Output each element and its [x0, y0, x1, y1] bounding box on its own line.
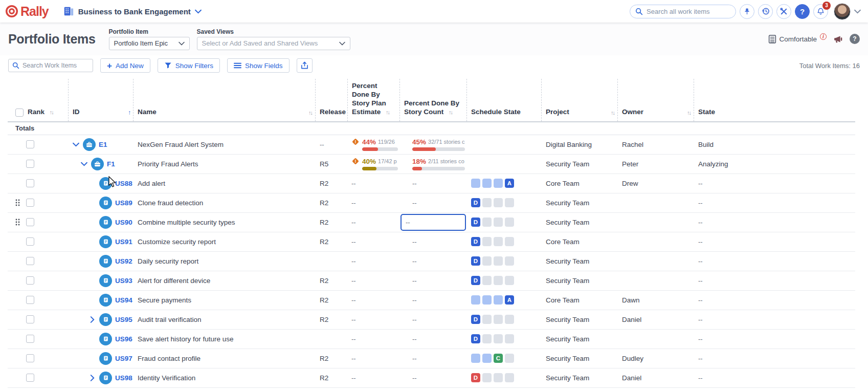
rally-logo[interactable]: Rally	[5, 4, 49, 19]
cell-owner[interactable]: Daniel	[618, 310, 694, 329]
schedule-state-square[interactable]	[482, 354, 492, 363]
id-link[interactable]: US96	[115, 335, 132, 343]
cell-state[interactable]: --	[694, 291, 855, 310]
cell-state[interactable]: --	[694, 174, 855, 193]
schedule-state-square[interactable]	[494, 179, 503, 188]
schedule-state-square[interactable]	[505, 256, 514, 266]
schedule-state-square[interactable]	[505, 198, 514, 207]
saved-views-select[interactable]: Select or Add Saved and Shared Views	[197, 37, 350, 50]
cell-owner[interactable]: Patricia	[618, 388, 694, 391]
cell-schedule-state[interactable]: D	[467, 193, 542, 212]
cell-percent[interactable]: --	[400, 193, 467, 212]
schedule-state-square[interactable]	[505, 373, 514, 382]
cell-release[interactable]: R2	[316, 174, 348, 193]
drag-handle[interactable]	[15, 199, 24, 206]
cell-percent[interactable]: !40%17/42 p	[348, 155, 400, 173]
cell-percent[interactable]: --	[348, 271, 400, 290]
cell-project[interactable]: Mobile Team	[542, 388, 618, 391]
cell-schedule-state[interactable]: D	[467, 213, 542, 232]
schedule-state-square[interactable]: D	[471, 256, 480, 266]
schedule-state-square[interactable]	[482, 179, 492, 188]
cell-project[interactable]: Core Team	[542, 174, 618, 193]
show-filters-button[interactable]: Show Filters	[158, 58, 220, 73]
cell-project[interactable]: Security Team	[542, 330, 618, 349]
cell-name[interactable]: Save alert history for future use	[133, 330, 316, 349]
editing-cell-border[interactable]: --	[400, 214, 466, 231]
row-checkbox[interactable]	[26, 140, 34, 148]
schedule-state-square[interactable]: D	[471, 373, 480, 382]
cell-percent[interactable]: --	[400, 330, 467, 349]
schedule-state-square[interactable]	[494, 276, 503, 285]
cell-name[interactable]: Alert for different device	[133, 271, 316, 290]
notifications-button[interactable]: 3	[813, 4, 828, 19]
cell-owner[interactable]: Peter	[618, 155, 694, 173]
cell-schedule-state[interactable]: D	[467, 252, 542, 271]
cell-release[interactable]: R5	[316, 388, 348, 391]
cell-state[interactable]: --	[694, 232, 855, 251]
row-checkbox[interactable]	[26, 315, 34, 323]
column-header-pdbsc[interactable]: Percent Done By Story Count ↑↓	[400, 79, 467, 121]
id-link[interactable]: US97	[115, 355, 132, 362]
cell-owner[interactable]: Dudley	[618, 349, 694, 368]
cell-project[interactable]: Security Team	[542, 310, 618, 329]
schedule-state-square[interactable]	[482, 256, 492, 266]
cell-name[interactable]: Secure payments	[133, 291, 316, 310]
cell-owner[interactable]	[618, 252, 694, 271]
row-checkbox[interactable]	[26, 218, 34, 226]
schedule-state-square[interactable]	[482, 276, 492, 285]
row-checkbox[interactable]	[26, 257, 34, 265]
schedule-state-square[interactable]	[494, 256, 503, 266]
drag-handle[interactable]	[15, 219, 24, 226]
cell-project[interactable]: Core Team	[542, 232, 618, 251]
schedule-state-square[interactable]	[505, 218, 514, 227]
cell-percent[interactable]: --	[348, 349, 400, 368]
row-checkbox[interactable]	[26, 335, 34, 343]
id-link[interactable]: E1	[99, 141, 107, 148]
cell-percent[interactable]: --	[400, 174, 467, 193]
schedule-state-square[interactable]: D	[471, 218, 480, 227]
user-avatar[interactable]	[834, 3, 851, 20]
expander[interactable]	[88, 315, 96, 323]
cell-release[interactable]: R2	[316, 213, 348, 232]
id-link[interactable]: US93	[115, 277, 132, 285]
cell-name[interactable]: Priority Fraud Alerts	[133, 155, 316, 173]
cell-release[interactable]	[316, 330, 348, 349]
column-header-owner[interactable]: Owner↑↓	[618, 79, 694, 121]
column-header-schedule[interactable]: Schedule State	[467, 79, 542, 121]
schedule-state-square[interactable]	[471, 354, 480, 363]
cell-percent[interactable]: --	[400, 349, 467, 368]
cell-project[interactable]: Digital Banking	[542, 135, 618, 154]
schedule-state-square[interactable]	[482, 295, 492, 305]
cell-project[interactable]: Security Team	[542, 271, 618, 290]
cell-percent[interactable]: --	[348, 291, 400, 310]
cell-percent[interactable]: --	[348, 368, 400, 387]
show-fields-button[interactable]: Show Fields	[227, 58, 290, 73]
cell-release[interactable]: R5	[316, 155, 348, 173]
work-items-search-input[interactable]	[23, 62, 84, 69]
cell-owner[interactable]: Dawn	[618, 291, 694, 310]
cell-percent[interactable]: !24%20/82 p	[348, 388, 400, 391]
cell-name[interactable]: Setup and configuration	[133, 388, 316, 391]
cell-percent[interactable]: --	[400, 232, 467, 251]
column-header-project[interactable]: Project↑↓	[542, 79, 618, 121]
cell-state[interactable]: --	[694, 349, 855, 368]
profile-chevron-down-icon[interactable]	[854, 9, 861, 14]
tools-button[interactable]	[776, 4, 791, 19]
cell-percent[interactable]: --	[348, 232, 400, 251]
id-link[interactable]: US91	[115, 238, 132, 246]
row-checkbox[interactable]	[26, 374, 34, 382]
id-link[interactable]: US98	[115, 374, 132, 382]
id-link[interactable]: F1	[107, 160, 115, 168]
density-toggle[interactable]: Comfortable i	[768, 35, 827, 44]
cell-release[interactable]: R2	[316, 291, 348, 310]
column-header-rank[interactable]: Rank ↑↓	[8, 79, 69, 121]
cell-release[interactable]: R2	[316, 193, 348, 212]
feedback-megaphone-icon[interactable]	[833, 35, 843, 44]
row-checkbox[interactable]	[26, 179, 34, 187]
expander[interactable]	[88, 374, 96, 382]
schedule-state-square[interactable]	[471, 295, 480, 305]
cell-schedule-state[interactable]: A	[467, 174, 542, 193]
cell-schedule-state[interactable]: D	[467, 271, 542, 290]
schedule-state-square[interactable]	[505, 237, 514, 246]
id-link[interactable]: US95	[115, 316, 132, 323]
